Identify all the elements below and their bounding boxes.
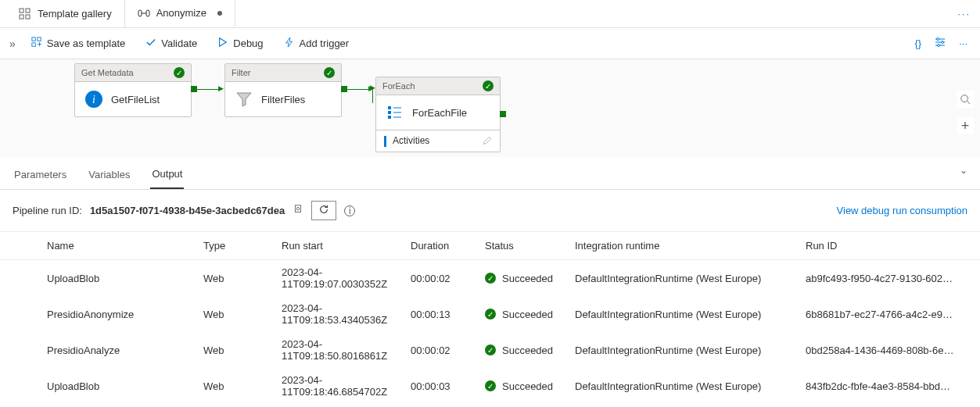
refresh-button[interactable] <box>311 201 336 220</box>
svg-line-25 <box>967 102 971 105</box>
svg-rect-19 <box>388 111 391 114</box>
connector <box>197 89 222 91</box>
table-row[interactable]: PresidioAnonymizeWeb2023-04-11T09:18:53.… <box>0 296 980 332</box>
cell-runtime: DefaultIntegrationRuntime (West Europe) <box>575 345 806 356</box>
success-icon: ✓ <box>324 67 335 78</box>
run-id-value: 1d5a1507-f071-4938-b45e-3acbedc67dea <box>90 205 285 216</box>
foreach-activities[interactable]: Activities <box>376 130 500 152</box>
copy-icon[interactable] <box>293 204 303 217</box>
debug-consumption-link[interactable]: View debug run consumption <box>837 205 967 216</box>
cell-status: ✓Succeeded <box>485 309 575 320</box>
success-icon: ✓ <box>485 273 496 284</box>
add-trigger-button[interactable]: Add trigger <box>276 34 357 53</box>
template-gallery-icon <box>19 8 31 20</box>
node-name: FilterFiles <box>261 94 305 105</box>
debug-button[interactable]: Debug <box>210 34 271 53</box>
cell-start: 2023-04-11T09:18:46.6854702Z <box>282 374 411 398</box>
cell-runtime: DefaultIntegrationRuntime (West Europe) <box>575 273 806 284</box>
activities-label: Activities <box>393 135 429 146</box>
cell-start: 2023-04-11T09:19:07.0030352Z <box>282 266 411 290</box>
node-filter[interactable]: Filter ✓ FilterFiles <box>224 63 342 117</box>
output-panel-tabs: Parameters Variables Output ⌄ <box>0 157 980 190</box>
foreach-icon <box>386 103 404 122</box>
svg-rect-1 <box>26 9 30 12</box>
button-label: Debug <box>233 37 263 49</box>
cell-duration: 00:00:02 <box>411 345 485 356</box>
node-foreach[interactable]: ForEach ✓ ForEachFile Activities <box>375 77 501 152</box>
expand-panel-button[interactable]: » <box>9 37 16 50</box>
tab-bar: Template gallery Anonymize ··· <box>0 0 980 28</box>
cell-runid: 0bd258a4-1436-4469-808b-6ea04b344... <box>806 345 954 356</box>
col-runtime[interactable]: Integration runtime <box>575 240 806 252</box>
tab-output[interactable]: Output <box>150 163 184 189</box>
json-view-button[interactable]: {} <box>911 34 924 52</box>
tab-anonymize[interactable]: Anonymize <box>125 0 235 27</box>
cell-runid: ab9fc493-f950-4c27-9130-602c823ba4... <box>806 273 954 284</box>
edit-icon[interactable] <box>483 136 492 145</box>
run-info-row: Pipeline run ID: 1d5a1507-f071-4938-b45e… <box>0 190 980 231</box>
svg-point-13 <box>937 38 939 41</box>
svg-rect-9 <box>38 37 41 41</box>
cell-runid: 843fb2dc-fbfe-4ae3-8584-bbd4bb586acf <box>806 380 954 392</box>
svg-point-27 <box>296 207 300 210</box>
success-icon: ✓ <box>174 67 185 78</box>
svg-rect-8 <box>32 43 35 46</box>
cell-type: Web <box>203 380 282 392</box>
run-id-label: Pipeline run ID: <box>13 205 82 216</box>
success-icon: ✓ <box>485 309 496 320</box>
cell-status: ✓Succeeded <box>485 273 575 284</box>
tab-parameters[interactable]: Parameters <box>13 164 68 188</box>
cell-runid: 6b8681b7-ec27-4766-a4c2-e97a2ad26... <box>806 309 954 320</box>
col-runid[interactable]: Run ID <box>806 240 962 252</box>
table-row[interactable]: UploadBlobWeb2023-04-11T09:18:46.6854702… <box>0 368 980 404</box>
validate-button[interactable]: Validate <box>138 34 205 53</box>
output-port[interactable] <box>191 86 197 92</box>
collapse-panel-button[interactable]: ⌄ <box>960 165 967 176</box>
add-activity-button[interactable]: + <box>957 117 974 134</box>
svg-rect-20 <box>388 116 391 119</box>
tab-variables[interactable]: Variables <box>87 164 131 188</box>
col-name[interactable]: Name <box>47 240 203 252</box>
col-type[interactable]: Type <box>203 240 282 252</box>
cell-name: PresidioAnalyze <box>47 345 203 356</box>
svg-rect-3 <box>26 15 30 19</box>
success-icon: ✓ <box>485 380 496 391</box>
svg-rect-2 <box>20 15 23 19</box>
output-port[interactable] <box>500 111 506 117</box>
connector <box>372 89 374 103</box>
tab-template-gallery[interactable]: Template gallery <box>6 0 125 27</box>
cell-status: ✓Succeeded <box>485 380 575 392</box>
pipeline-icon <box>138 7 150 20</box>
pipeline-canvas[interactable]: Get Metadata ✓ i GetFileList Filter ✓ Fi… <box>0 59 980 157</box>
node-type: Get Metadata <box>81 68 134 77</box>
output-port[interactable] <box>341 86 347 92</box>
cell-status: ✓Succeeded <box>485 345 575 356</box>
col-duration[interactable]: Duration <box>411 240 485 252</box>
more-button[interactable]: ··· <box>956 34 971 52</box>
svg-point-14 <box>942 41 944 44</box>
success-icon: ✓ <box>483 80 494 91</box>
node-type: ForEach <box>382 81 415 91</box>
activity-runs-table: Name Type Run start Duration Status Inte… <box>0 231 980 407</box>
cell-runtime: DefaultIntegrationRuntime (West Europe) <box>575 309 806 320</box>
node-name: GetFileList <box>111 94 160 105</box>
button-label: Add trigger <box>300 37 350 49</box>
lightning-icon <box>284 37 295 50</box>
col-status[interactable]: Status <box>485 240 575 252</box>
svg-rect-7 <box>32 37 35 41</box>
save-template-icon <box>31 37 42 50</box>
node-get-metadata[interactable]: Get Metadata ✓ i GetFileList <box>74 63 192 117</box>
save-as-template-button[interactable]: Save as template <box>23 34 133 53</box>
table-row[interactable]: UploadBlobWeb2023-04-11T09:19:07.0030352… <box>0 260 980 296</box>
search-canvas-button[interactable] <box>957 91 974 108</box>
button-label: Save as template <box>47 37 125 49</box>
info-icon: i <box>84 90 103 109</box>
col-runstart[interactable]: Run start <box>282 240 411 252</box>
info-icon[interactable]: i <box>344 205 355 216</box>
svg-point-24 <box>961 95 968 102</box>
table-row[interactable]: PresidioAnalyzeWeb2023-04-11T09:18:50.80… <box>0 332 980 368</box>
tab-overflow-button[interactable]: ··· <box>954 5 974 23</box>
table-row[interactable]: PresidioAnonymizeWeb2023-04-11T09:18:43.… <box>0 404 980 407</box>
cell-name: UploadBlob <box>47 273 203 284</box>
settings-icon[interactable] <box>931 33 949 54</box>
